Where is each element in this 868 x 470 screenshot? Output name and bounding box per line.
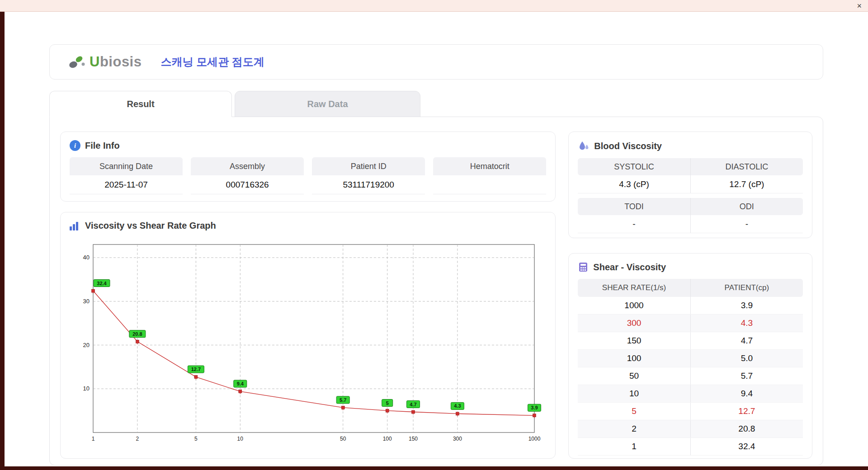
droplet-icon [578, 140, 590, 152]
page-title: 스캐닝 모세관 점도계 [160, 55, 264, 69]
table-row: 10003.9 [578, 297, 803, 315]
field-assembly: Assembly 000716326 [191, 157, 304, 194]
tab-raw-data[interactable]: Raw Data [235, 91, 420, 117]
shear-viscosity-card: Shear - Viscosity SHEAR RATE(1/s) PATIEN… [568, 253, 812, 459]
patient-value-cell: 5.0 [691, 350, 803, 367]
patient-value-cell: 32.4 [691, 438, 803, 455]
patient-value-cell: 9.4 [691, 385, 803, 402]
field-label: Patient ID [312, 157, 425, 175]
table-row: 505.7 [578, 367, 803, 385]
calculator-icon [578, 262, 589, 273]
svg-text:50: 50 [340, 436, 346, 442]
shear-rate-cell: 1 [578, 438, 690, 455]
svg-text:40: 40 [83, 254, 90, 261]
table-row: 4.3 (cP) 12.7 (cP) [578, 175, 803, 193]
column-header: SHEAR RATE(1/s) [578, 279, 690, 297]
right-column: Blood Viscosity SYSTOLIC DIASTOLIC 4.3 (… [568, 132, 812, 459]
shear-rate-cell: 100 [578, 350, 690, 367]
column-header: SYSTOLIC [578, 158, 690, 175]
info-icon: i [70, 140, 80, 151]
svg-text:4.3: 4.3 [454, 403, 461, 409]
table-row: 1005.0 [578, 350, 803, 367]
field-patient-id: Patient ID 53111719200 [312, 157, 425, 194]
ubiosis-logo-icon [67, 53, 88, 71]
header-card: Ubiosis 스캐닝 모세관 점도계 [49, 44, 823, 80]
field-value: 53111719200 [312, 175, 425, 194]
svg-text:5.7: 5.7 [340, 397, 346, 403]
patient-value-cell: 4.7 [691, 332, 803, 349]
table-row: 512.7 [578, 403, 803, 420]
svg-text:4.7: 4.7 [410, 402, 416, 407]
diastolic-value: 12.7 (cP) [691, 175, 803, 193]
svg-text:100: 100 [383, 436, 392, 442]
bar-chart-icon [70, 221, 80, 230]
shear-rate-cell: 10 [578, 385, 690, 402]
column-header: DIASTOLIC [691, 158, 803, 175]
file-info-fields: Scanning Date 2025-11-07 Assembly 000716… [70, 157, 546, 194]
patient-value-cell: 12.7 [691, 403, 803, 420]
file-info-card: i File Info Scanning Date 2025-11-07 Ass… [60, 132, 556, 202]
svg-text:3.9: 3.9 [531, 405, 538, 410]
svg-text:20.8: 20.8 [132, 331, 142, 337]
window-titlebar: × [0, 0, 868, 12]
column-header: PATIENT(cp) [691, 279, 803, 297]
svg-text:1000: 1000 [528, 436, 541, 442]
field-value [433, 175, 546, 194]
patient-value-cell: 4.3 [691, 315, 803, 332]
window-body: Ubiosis 스캐닝 모세관 점도계 Result Raw Data i Fi… [5, 12, 868, 466]
field-label: Assembly [191, 157, 304, 175]
svg-text:10: 10 [83, 385, 90, 392]
todi-value: - [578, 215, 690, 233]
close-icon[interactable]: × [857, 2, 862, 10]
brand-name: Ubiosis [90, 54, 142, 70]
blood-viscosity-title: Blood Viscosity [594, 141, 662, 151]
systolic-value: 4.3 (cP) [578, 175, 690, 193]
table-row: 1504.7 [578, 332, 803, 350]
svg-text:5: 5 [194, 436, 198, 442]
shear-rate-cell: 150 [578, 332, 690, 349]
patient-value-cell: 20.8 [691, 420, 803, 437]
left-column: i File Info Scanning Date 2025-11-07 Ass… [60, 132, 556, 459]
odi-value: - [691, 215, 803, 233]
blood-viscosity-card: Blood Viscosity SYSTOLIC DIASTOLIC 4.3 (… [568, 132, 812, 238]
shear-table-body: 10003.93004.31504.71005.0505.7109.4512.7… [578, 297, 803, 456]
file-info-title: File Info [85, 141, 120, 151]
brand-logo: Ubiosis [67, 53, 142, 71]
svg-text:2: 2 [136, 436, 139, 442]
field-scanning-date: Scanning Date 2025-11-07 [70, 157, 183, 194]
blood-viscosity-table: SYSTOLIC DIASTOLIC 4.3 (cP) 12.7 (cP) TO… [578, 158, 803, 233]
shear-rate-cell: 1000 [578, 297, 690, 314]
table-row: 3004.3 [578, 315, 803, 332]
svg-text:12.7: 12.7 [191, 367, 201, 372]
table-header-row: SHEAR RATE(1/s) PATIENT(cp) [578, 279, 803, 297]
field-label: Scanning Date [70, 157, 183, 175]
svg-text:1: 1 [92, 436, 95, 442]
viscosity-chart: 102030401251050100150300100032.420.812.7… [70, 237, 544, 446]
shear-viscosity-table: SHEAR RATE(1/s) PATIENT(cp) 10003.93004.… [578, 279, 803, 456]
graph-card: Viscosity vs Shear Rate Graph 1020304012… [60, 212, 556, 459]
table-row: 109.4 [578, 385, 803, 403]
svg-text:300: 300 [453, 436, 462, 442]
table-row: TODI ODI [578, 198, 803, 215]
table-row: - - [578, 215, 803, 233]
shear-rate-cell: 300 [578, 315, 690, 332]
shear-rate-cell: 50 [578, 367, 690, 385]
patient-value-cell: 3.9 [691, 297, 803, 314]
graph-title: Viscosity vs Shear Rate Graph [85, 221, 216, 231]
svg-text:32.4: 32.4 [97, 281, 107, 286]
field-hematocrit: Hematocrit [433, 157, 546, 194]
svg-text:30: 30 [83, 298, 90, 305]
field-label: Hematocrit [433, 157, 546, 175]
field-value: 000716326 [191, 175, 304, 194]
svg-text:20: 20 [83, 342, 90, 348]
tab-result[interactable]: Result [49, 91, 232, 117]
column-header: TODI [578, 198, 690, 215]
svg-text:9.4: 9.4 [237, 381, 244, 386]
svg-text:150: 150 [409, 436, 418, 442]
svg-text:5: 5 [386, 400, 389, 406]
shear-viscosity-title: Shear - Viscosity [593, 262, 666, 273]
table-row: 132.4 [578, 438, 803, 456]
tab-bar: Result Raw Data [49, 91, 823, 117]
field-value: 2025-11-07 [70, 175, 183, 194]
content-panel: i File Info Scanning Date 2025-11-07 Ass… [49, 117, 823, 465]
